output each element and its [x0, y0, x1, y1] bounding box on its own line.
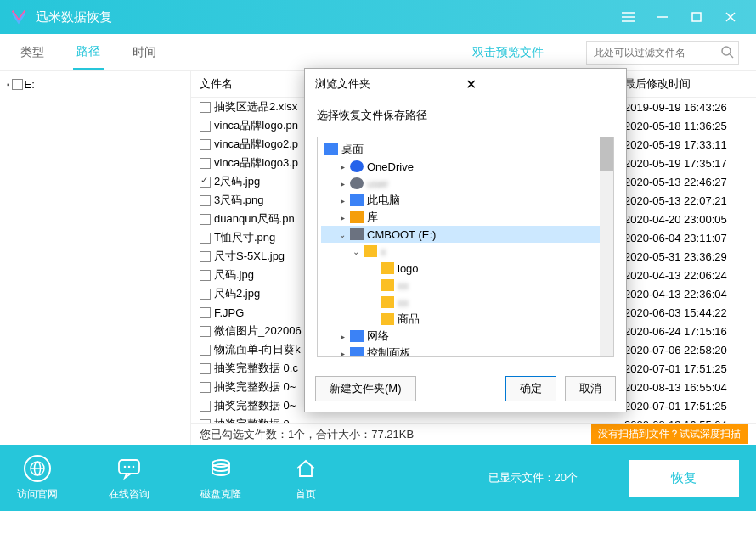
file-row[interactable]: 抽奖完整数据 0~2020-08-13 16:55:04 — [191, 415, 756, 423]
chat-icon — [116, 455, 143, 482]
bottom-clone[interactable]: 磁盘克隆 — [200, 455, 241, 502]
file-name: 抽奖完整数据 0.c — [214, 361, 298, 376]
tab-path[interactable]: 路径 — [73, 36, 104, 70]
bottom-chat[interactable]: 在线咨询 — [109, 455, 150, 502]
bottom-home[interactable]: 首页 — [292, 455, 319, 502]
checkbox-icon[interactable] — [200, 251, 211, 262]
checkbox-icon[interactable] — [200, 121, 211, 132]
file-date: 2020-05-19 17:35:17 — [616, 157, 756, 170]
svg-line-8 — [730, 54, 733, 58]
file-name: 微信图片_202006 — [214, 323, 302, 339]
checkbox-icon[interactable] — [200, 158, 211, 169]
tree-folder-goods[interactable]: 商品 — [321, 311, 610, 328]
menu-icon[interactable] — [612, 0, 646, 34]
close-button[interactable] — [714, 0, 748, 34]
file-name: F.JPG — [214, 306, 244, 319]
tree-desktop[interactable]: 桌面 — [321, 141, 610, 158]
file-date: 2020-05-13 22:07:21 — [616, 194, 756, 207]
tree-network[interactable]: ▸网络 — [321, 328, 610, 345]
status-text: 您已勾选文件数：1个，合计大小：77.21KB — [200, 427, 591, 442]
tree-folder-b2[interactable]: xx — [321, 294, 610, 311]
maximize-button[interactable] — [680, 0, 714, 34]
tree-folder-b1[interactable]: xx — [321, 277, 610, 294]
checkbox-icon[interactable] — [200, 326, 211, 337]
tab-type[interactable]: 类型 — [17, 36, 48, 69]
file-date: 2020-05-19 17:33:11 — [616, 138, 756, 151]
tree-cmboot[interactable]: ⌄CMBOOT (E:) — [321, 226, 610, 243]
dialog-close-button[interactable]: ✕ — [465, 76, 616, 93]
titlebar: 迅米数据恢复 — [0, 0, 756, 34]
checkbox-icon[interactable] — [200, 177, 211, 188]
col-date[interactable]: 最后修改时间 — [616, 71, 756, 97]
checkbox-icon[interactable] — [200, 270, 211, 281]
minimize-button[interactable] — [646, 0, 680, 34]
folder-tree[interactable]: 桌面 ▸OneDrive ▸user ▸此电脑 ▸库 ⌄CMBOOT (E:) … — [317, 137, 614, 357]
checkbox-icon[interactable] — [200, 289, 211, 300]
tree-library[interactable]: ▸库 — [321, 209, 610, 226]
checkbox-icon[interactable] — [200, 139, 211, 150]
cancel-button[interactable]: 取消 — [565, 376, 616, 401]
svg-point-14 — [128, 465, 131, 468]
file-name: 尺码2.jpg — [214, 286, 260, 301]
svg-point-15 — [133, 465, 135, 468]
dialog-prompt: 选择恢复文件保存路径 — [317, 108, 614, 123]
checkbox-icon[interactable] — [200, 363, 211, 374]
tabbar: 类型 路径 时间 双击预览文件 — [0, 34, 756, 71]
file-date: 2020-07-01 17:51:25 — [616, 362, 756, 375]
search-icon[interactable] — [720, 45, 734, 62]
ok-button[interactable]: 确定 — [505, 376, 556, 401]
tree-thispc[interactable]: ▸此电脑 — [321, 192, 610, 209]
file-name: duanqun尺码.pn — [214, 211, 295, 227]
svg-point-7 — [722, 47, 731, 55]
globe-icon — [24, 455, 51, 482]
file-date: 2020-05-31 23:36:29 — [616, 250, 756, 263]
tab-time[interactable]: 时间 — [129, 36, 160, 69]
file-date: 2020-05-13 22:46:27 — [616, 176, 756, 188]
file-name: 尺码.jpg — [214, 267, 254, 283]
tree-root-e[interactable]: ▪ E: — [7, 78, 183, 91]
preview-hint: 双击预览文件 — [472, 45, 544, 60]
file-name: 尺寸S-5XL.jpg — [214, 249, 285, 264]
search-input[interactable] — [586, 41, 739, 65]
file-name: 2尺码.jpg — [214, 174, 260, 189]
checkbox-icon[interactable] — [200, 214, 211, 225]
browse-folder-dialog: 浏览文件夹 ✕ 选择恢复文件保存路径 桌面 ▸OneDrive ▸user ▸此… — [304, 68, 627, 412]
checkbox-icon[interactable] — [200, 345, 211, 356]
recover-button[interactable]: 恢复 — [629, 460, 739, 497]
tree-folder-logo[interactable]: logo — [321, 260, 610, 277]
svg-point-13 — [124, 465, 127, 468]
checkbox-icon[interactable] — [200, 307, 211, 318]
checkbox-icon[interactable] — [200, 382, 211, 393]
svg-rect-4 — [692, 13, 701, 21]
tree-onedrive[interactable]: ▸OneDrive — [321, 158, 610, 175]
file-name: vinca品牌logo2.p — [214, 137, 298, 152]
shown-count: 已显示文件：20个 — [488, 470, 578, 485]
checkbox-icon[interactable] — [200, 401, 211, 412]
checkbox-icon[interactable] — [200, 195, 211, 206]
file-name: 抽奖完整数据 0~ — [214, 417, 296, 423]
file-date: 2020-06-24 17:15:16 — [616, 325, 756, 338]
app-logo — [8, 7, 29, 27]
drive-tree: ▪ E: — [0, 71, 191, 445]
file-name: 抽奖完整数据 0~ — [214, 398, 296, 413]
file-date: 2020-06-03 15:44:22 — [616, 306, 756, 319]
tree-scrollbar[interactable] — [600, 137, 613, 356]
file-date: 2019-09-19 16:43:26 — [616, 101, 756, 114]
new-folder-button[interactable]: 新建文件夹(M) — [315, 376, 416, 401]
file-date: 2020-07-06 22:58:20 — [616, 344, 756, 356]
bottom-website[interactable]: 访问官网 — [17, 455, 58, 502]
disk-icon — [207, 455, 234, 482]
dialog-title: 浏览文件夹 — [315, 76, 465, 92]
tree-folder-1[interactable]: ⌄x — [321, 243, 610, 260]
file-name: vinca品牌logo.pn — [214, 118, 298, 133]
checkbox-icon[interactable] — [200, 233, 211, 244]
file-date: 2020-04-13 22:06:24 — [616, 269, 756, 282]
deep-scan-hint[interactable]: 没有扫描到文件？试试深度扫描 — [591, 424, 748, 444]
tree-user[interactable]: ▸user — [321, 175, 610, 192]
file-name: 3尺码.png — [214, 193, 264, 208]
file-name: 抽奖区选品2.xlsx — [214, 99, 297, 115]
tree-controlpanel[interactable]: ▸控制面板 — [321, 345, 610, 357]
file-date: 2020-08-13 16:55:04 — [616, 381, 756, 394]
checkbox-icon[interactable] — [200, 102, 211, 113]
file-name: 抽奖完整数据 0~ — [214, 379, 296, 395]
